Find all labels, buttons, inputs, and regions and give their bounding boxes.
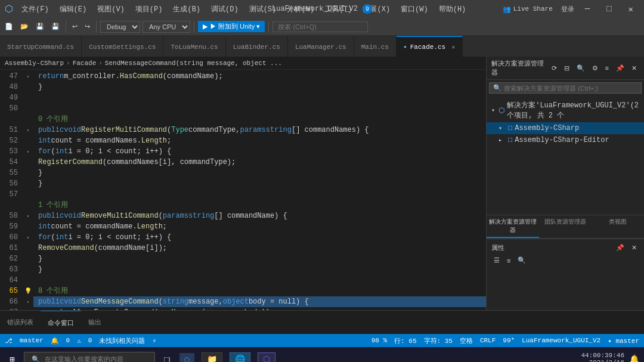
toolbar-open[interactable]: 📂 bbox=[18, 21, 31, 32]
tab-toluamenu[interactable]: ToLuaMenu.cs bbox=[163, 36, 225, 57]
menu-file[interactable]: 文件(F) bbox=[17, 3, 54, 16]
menu-project[interactable]: 项目(P) bbox=[131, 3, 168, 16]
sol-tab-class-view[interactable]: 类视图 bbox=[592, 215, 644, 238]
status-project: LuaFramework_UGUI_V2 bbox=[522, 337, 600, 344]
minimize-button[interactable]: ─ bbox=[579, 2, 596, 16]
fold-60[interactable]: ▾ bbox=[27, 235, 30, 240]
maximize-button[interactable]: □ bbox=[600, 2, 617, 16]
breadcrumb-assembly[interactable]: Assembly-CSharp bbox=[5, 60, 64, 67]
code-line-52[interactable]: int count = commandNames.Length; bbox=[33, 135, 486, 146]
tab-label: StartUpCommand.cs bbox=[7, 44, 74, 51]
menu-help[interactable]: 帮助(H) bbox=[434, 3, 471, 16]
breadcrumb-file[interactable]: Facade bbox=[73, 60, 97, 67]
attach-unity-button[interactable]: ▶ ▶ 附加到 Unity ▾ bbox=[198, 21, 265, 32]
status-errors[interactable]: 未找到相关问题 bbox=[99, 336, 145, 345]
tab-startup[interactable]: StartUpCommand.cs bbox=[0, 36, 82, 57]
code-line-50[interactable] bbox=[33, 103, 486, 114]
taskbar-task-view[interactable]: ❑ bbox=[160, 351, 174, 362]
bottom-tab-command[interactable]: 命令窗口 bbox=[41, 311, 81, 334]
code-line-64b[interactable] bbox=[33, 275, 486, 286]
fold-58[interactable]: ▾ bbox=[27, 214, 30, 219]
code-line-51[interactable]: public void RegisterMultiCommand(Type co… bbox=[33, 125, 486, 135]
toolbar-undo[interactable]: ↩ bbox=[70, 21, 80, 32]
search-input[interactable] bbox=[273, 21, 368, 32]
sol-settings-btn[interactable]: ⚙ bbox=[590, 63, 600, 73]
status-row[interactable]: 行: 65 bbox=[394, 336, 416, 345]
code-line-65b[interactable]: public void SendMessageCommand(string me… bbox=[33, 296, 486, 307]
taskbar-search[interactable]: 🔍 在这里输入你要搜索的内容 bbox=[24, 352, 155, 363]
prop-close-btn[interactable]: ✕ bbox=[629, 243, 639, 253]
prop-category-btn[interactable]: ≡ bbox=[504, 256, 513, 265]
menu-build[interactable]: 生成(B) bbox=[168, 3, 205, 16]
menu-edit[interactable]: 编辑(E) bbox=[55, 3, 92, 16]
tree-solution-root[interactable]: ▾ ⬡ 解决方案'LuaFramework_UGUI_V2'(2 个项目, 共 … bbox=[487, 98, 644, 122]
prop-search-btn[interactable]: 🔍 bbox=[515, 255, 528, 265]
taskbar-explorer[interactable]: 📁 bbox=[202, 352, 222, 363]
live-share-button[interactable]: 👥 Live Share bbox=[499, 4, 556, 14]
sol-tab-team-explorer[interactable]: 团队资源管理器 bbox=[539, 215, 592, 238]
tab-luamanager[interactable]: LuaManager.cs bbox=[288, 36, 354, 57]
code-line-66b[interactable]: m_controller.ExecuteCommand(new Message(… bbox=[33, 307, 486, 310]
tab-luabinder[interactable]: LuaBinder.cs bbox=[226, 36, 288, 57]
taskbar-chrome[interactable]: 🌐 bbox=[230, 352, 250, 363]
sol-pin-btn[interactable]: 📌 bbox=[614, 63, 627, 73]
code-line-59[interactable]: int count = commandName.Length; bbox=[33, 221, 486, 232]
toolbar-save[interactable]: 💾 bbox=[33, 21, 47, 32]
prop-sort-btn[interactable]: ☰ bbox=[491, 255, 502, 265]
bottom-tab-errors[interactable]: 错误列表 bbox=[0, 311, 41, 334]
breadcrumb-method[interactable]: SendMessageCommand(string message, objec… bbox=[105, 60, 282, 67]
cpu-dropdown[interactable]: Any CPU bbox=[143, 21, 190, 33]
code-line-58[interactable]: public void RemoveMultiCommand(params st… bbox=[33, 211, 486, 221]
toolbar-saveall[interactable]: 💾 bbox=[49, 21, 62, 32]
code-line-60[interactable]: for (int i = 0; i < count; i++) { bbox=[33, 232, 486, 243]
code-line-57[interactable] bbox=[33, 189, 486, 200]
notification-center-icon[interactable]: 🔔 bbox=[629, 354, 639, 363]
code-line-47[interactable]: return m_controller.HasCommand(commandNa… bbox=[33, 71, 486, 82]
code-line-66a[interactable]: } bbox=[33, 178, 486, 189]
main-area: Assembly-CSharp › Facade › SendMessageCo… bbox=[0, 57, 644, 310]
sol-more-btn[interactable]: ≡ bbox=[603, 63, 611, 73]
search-solution-input[interactable] bbox=[504, 85, 637, 92]
sol-tab-solution-explorer[interactable]: 解决方案资源管理器 bbox=[487, 215, 539, 238]
account-button[interactable]: 登录 bbox=[561, 5, 574, 14]
assembly-label: Assembly-CSharp bbox=[515, 124, 579, 132]
menu-debug[interactable]: 调试(D) bbox=[206, 3, 243, 16]
sol-filter-btn[interactable]: 🔍 bbox=[574, 63, 587, 73]
start-button[interactable]: ⊞ bbox=[5, 352, 19, 363]
menu-window[interactable]: 窗口(W) bbox=[396, 3, 433, 16]
taskbar-edge[interactable]: ◌ bbox=[179, 353, 194, 363]
code-line-63[interactable]: } bbox=[33, 264, 486, 275]
toolbar-redo[interactable]: ↪ bbox=[82, 21, 92, 32]
sol-sync-btn[interactable]: ⟳ bbox=[549, 63, 559, 73]
sol-collapse-btn[interactable]: ⊟ bbox=[562, 63, 572, 73]
fold-53[interactable]: ▾ bbox=[27, 149, 30, 154]
close-button[interactable]: ✕ bbox=[623, 2, 639, 17]
tree-assembly-csharp-editor[interactable]: ▸ □ Assembly-CSharp-Editor bbox=[487, 134, 644, 146]
taskbar-vs[interactable]: ⬡ bbox=[258, 352, 275, 363]
toolbar-new[interactable]: 📄 bbox=[2, 21, 16, 32]
tree-assembly-csharp[interactable]: ▾ □ Assembly-CSharp bbox=[487, 122, 644, 134]
code-view[interactable]: return m_controller.HasCommand(commandNa… bbox=[33, 70, 486, 310]
fold-47[interactable]: ▾ bbox=[27, 74, 30, 79]
code-line-65a[interactable]: } bbox=[33, 168, 486, 178]
sol-close-btn[interactable]: ✕ bbox=[629, 63, 639, 73]
tab-main[interactable]: Main.cs bbox=[354, 36, 397, 57]
code-line-48[interactable]: } bbox=[33, 82, 486, 92]
bottom-tab-output[interactable]: 输出 bbox=[81, 311, 109, 334]
code-line-61[interactable]: RemoveCommand(commandName[i]); bbox=[33, 243, 486, 253]
tab-facade[interactable]: ● Facade.cs ✕ bbox=[397, 36, 463, 57]
fold-51[interactable]: ▾ bbox=[27, 128, 30, 133]
status-indent[interactable]: 空格 bbox=[460, 336, 473, 345]
tab-close-icon[interactable]: ✕ bbox=[451, 44, 455, 51]
code-line-64a[interactable]: RegisterCommand(commandNames[i], command… bbox=[33, 157, 486, 168]
menu-view[interactable]: 视图(V) bbox=[92, 3, 129, 16]
tab-customsettings[interactable]: CustomSettings.cs bbox=[82, 36, 163, 57]
status-line-ending[interactable]: CRLF bbox=[480, 337, 496, 344]
code-line-62[interactable]: } bbox=[33, 253, 486, 264]
fold-66[interactable]: ▾ bbox=[27, 299, 30, 305]
prop-pin-btn[interactable]: 📌 bbox=[614, 243, 627, 253]
debug-mode-dropdown[interactable]: Debug bbox=[100, 21, 140, 33]
code-line-49[interactable] bbox=[33, 92, 486, 103]
status-col[interactable]: 字符: 35 bbox=[424, 336, 453, 345]
code-line-53[interactable]: for (int i = 0; i < count; i++) { bbox=[33, 146, 486, 157]
